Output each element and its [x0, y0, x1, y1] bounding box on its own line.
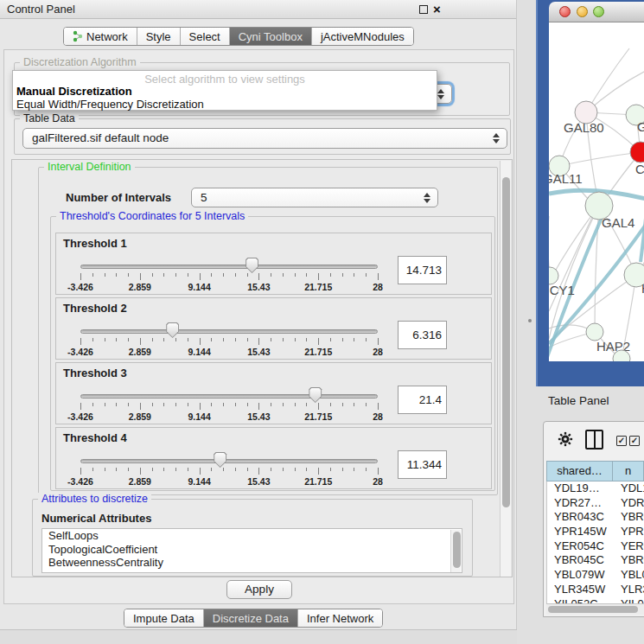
- close-traffic-light-icon[interactable]: [559, 6, 571, 17]
- threshold-slider-thumb[interactable]: [245, 258, 259, 273]
- tick-mark: [200, 338, 201, 345]
- footer-strip: [0, 629, 517, 644]
- attribute-list-item[interactable]: SelfLoops: [42, 529, 462, 543]
- tick-mark: [295, 468, 296, 471]
- column-layout-icon[interactable]: [585, 430, 603, 450]
- tick-mark: [330, 338, 331, 341]
- table-row[interactable]: YBR045CYBR0: [547, 553, 644, 568]
- settings-vertical-scrollbar[interactable]: [500, 161, 511, 577]
- table-cell[interactable]: YBL079W: [547, 568, 614, 583]
- tab-infer-network[interactable]: Infer Network: [298, 609, 382, 627]
- tick-label: 28: [373, 282, 383, 292]
- table-cell[interactable]: YDL1: [614, 481, 644, 496]
- table-horizontal-scrollbar[interactable]: [546, 603, 644, 615]
- tick-mark: [116, 273, 117, 277]
- tick-mark: [200, 468, 201, 475]
- network-node-GCY1[interactable]: [549, 267, 558, 284]
- table-cell[interactable]: YER0: [614, 539, 644, 554]
- table-cell[interactable]: YPR1: [614, 525, 644, 539]
- checkbox-icon[interactable]: ✓: [629, 436, 640, 446]
- tick-mark: [235, 468, 236, 471]
- table-row[interactable]: YDR27…YDR2: [547, 496, 644, 511]
- group-title: Table Data: [20, 112, 79, 124]
- table-cell[interactable]: YBR043C: [547, 510, 614, 525]
- gear-icon[interactable]: [558, 431, 573, 450]
- tick-label: -3.426: [67, 282, 93, 292]
- table-cell[interactable]: YPR145W: [547, 525, 614, 539]
- settings-scroll-pane: Interval Definition Number of Intervals …: [11, 159, 513, 577]
- tick-mark: [92, 273, 93, 277]
- attribute-list-item[interactable]: TopologicalCoefficient: [42, 543, 462, 557]
- tab-discretize-data[interactable]: Discretize Data: [204, 609, 298, 627]
- column-header-shared-name[interactable]: shared…: [546, 461, 613, 481]
- threshold-slider-track[interactable]: [80, 329, 378, 334]
- threshold-slider-thumb[interactable]: [166, 322, 180, 338]
- threshold-value-field[interactable]: 11.344: [398, 450, 447, 479]
- tick-mark: [306, 403, 307, 406]
- table-cell[interactable]: YIL052C: [547, 597, 614, 604]
- tab-network[interactable]: Network: [64, 28, 137, 45]
- tick-mark: [80, 338, 81, 345]
- float-window-icon[interactable]: [419, 5, 428, 14]
- network-window-titlebar[interactable]: [549, 2, 644, 22]
- table-cell[interactable]: YLR345W: [547, 583, 614, 597]
- tick-label: 9.144: [188, 476, 210, 487]
- table-row[interactable]: YLR345WYLR3: [547, 583, 644, 597]
- table-row[interactable]: YBL079WYBL0: [547, 568, 644, 583]
- tab-jactivemnodules[interactable]: jActiveMNodules: [312, 28, 413, 45]
- threshold-slider-track[interactable]: [80, 265, 378, 269]
- numerical-attributes-list[interactable]: SelfLoopsTopologicalCoefficientBetweenne…: [41, 528, 462, 573]
- network-canvas[interactable]: GAL80GACGAL11GAL4GCY1HHAP2: [549, 22, 644, 361]
- tick-label: 2.859: [129, 411, 151, 422]
- table-cell[interactable]: YER054C: [547, 539, 614, 554]
- divider-grip[interactable]: [528, 319, 532, 322]
- table-cell[interactable]: YDL19…: [547, 481, 614, 496]
- spinner-arrows-icon: [423, 193, 430, 203]
- threshold-value-field[interactable]: 14.713: [398, 256, 447, 284]
- table-cell[interactable]: YBL0: [614, 568, 644, 583]
- zoom-traffic-light-icon[interactable]: [593, 6, 604, 17]
- table-cell[interactable]: YIL0: [614, 597, 644, 604]
- apply-button[interactable]: Apply: [226, 580, 292, 599]
- threshold-value-field[interactable]: 6.316: [398, 321, 447, 349]
- table-cell[interactable]: YDR27…: [547, 496, 614, 511]
- close-icon[interactable]: ×: [433, 2, 441, 16]
- table-rows: YDL19…YDL1YDR27…YDR2YBR043CYBR0YPR145WYP…: [546, 481, 644, 603]
- minimize-traffic-light-icon[interactable]: [577, 6, 588, 17]
- tab-select[interactable]: Select: [181, 28, 230, 45]
- slider-ticks: [80, 273, 378, 280]
- table-cell[interactable]: YBR045C: [547, 553, 614, 568]
- table-row[interactable]: YPR145WYPR1: [547, 525, 644, 539]
- dropdown-item-equal-width-frequency[interactable]: Equal Width/Frequency Discretization: [16, 98, 204, 111]
- network-node-HAP2[interactable]: [586, 323, 603, 341]
- threshold-slider-track[interactable]: [80, 394, 378, 399]
- dropdown-item-manual-discretization[interactable]: Manual Discretization: [16, 85, 132, 98]
- checkbox-icon[interactable]: ✓: [616, 436, 627, 446]
- table-row[interactable]: YER054CYER0: [547, 539, 644, 554]
- threshold-slider-thumb[interactable]: [214, 452, 227, 468]
- tick-label: 9.144: [188, 347, 210, 357]
- number-of-intervals-value: 5: [201, 191, 207, 204]
- tab-cyni-toolbox[interactable]: Cyni Toolbox: [230, 28, 312, 45]
- table-cell[interactable]: YLR3: [614, 583, 644, 597]
- network-graph: GAL80GACGAL11GAL4GCY1HHAP2: [549, 22, 644, 361]
- table-cell[interactable]: YBR0: [614, 553, 644, 568]
- network-icon: [73, 30, 83, 42]
- table-cell[interactable]: YBR0: [614, 510, 644, 525]
- threshold-value-field[interactable]: 21.4: [398, 386, 447, 414]
- tab-impute-data[interactable]: Impute Data: [124, 609, 204, 627]
- threshold-slider-track[interactable]: [80, 459, 378, 463]
- table-cell[interactable]: YDR2: [614, 496, 644, 511]
- table-row[interactable]: YBR043CYBR0: [547, 510, 644, 525]
- tab-style[interactable]: Style: [137, 28, 181, 45]
- threshold-slider-thumb[interactable]: [309, 387, 322, 403]
- tick-label: 15.43: [247, 282, 270, 292]
- tick-label: 15.43: [247, 347, 270, 357]
- table-data-combo[interactable]: galFiltered.sif default node: [22, 128, 507, 149]
- attribute-list-item[interactable]: BetweennessCentrality: [42, 556, 462, 570]
- table-row[interactable]: YIL052CYIL0: [547, 597, 644, 604]
- number-of-intervals-spinner[interactable]: 5: [191, 188, 438, 207]
- attributes-scrollbar[interactable]: [450, 530, 461, 573]
- column-header-name[interactable]: n: [613, 461, 644, 481]
- table-row[interactable]: YDL19…YDL1: [547, 481, 644, 496]
